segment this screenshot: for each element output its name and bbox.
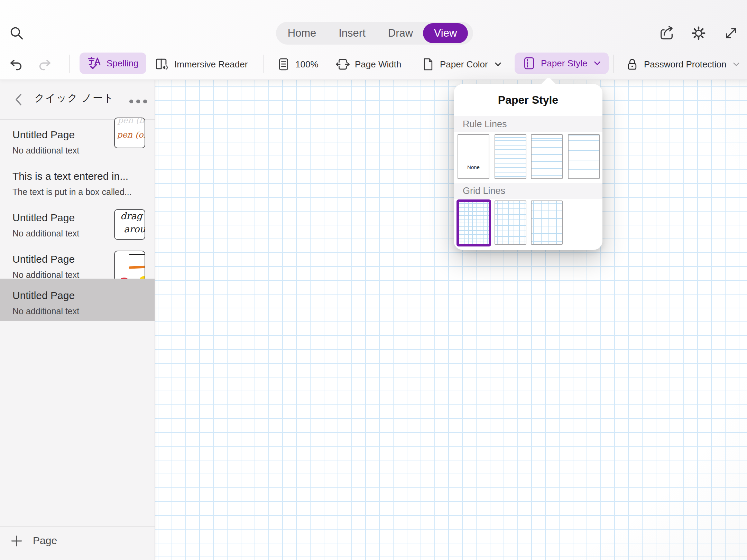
settings-gear-icon[interactable] — [690, 25, 707, 41]
password-protection-button[interactable]: Password Protection — [625, 53, 740, 76]
plus-icon — [10, 534, 24, 548]
popover-title: Paper Style — [454, 94, 602, 106]
immersive-reader-icon — [154, 57, 169, 72]
page-thumbnail: drag arou — [114, 209, 145, 240]
page-subtitle: No additional text — [0, 306, 155, 316]
immersive-reader-label: Immersive Reader — [174, 59, 248, 70]
page-list-item[interactable]: Untitled Page No additional text drag ar… — [0, 202, 155, 243]
rule-option-narrow[interactable] — [495, 134, 526, 179]
spelling-icon — [87, 56, 102, 71]
divider — [0, 526, 155, 527]
back-chevron-icon[interactable] — [12, 92, 26, 107]
grid-option-small-selected[interactable] — [456, 199, 491, 246]
paper-style-popover: Paper Style Rule Lines None Grid Lines — [454, 84, 602, 250]
expand-icon[interactable] — [723, 25, 739, 41]
sidebar-header: クイック ノート — [0, 80, 155, 119]
spelling-button[interactable]: Spelling — [80, 53, 146, 74]
tab-home[interactable]: Home — [276, 22, 328, 45]
password-protection-label: Password Protection — [644, 59, 726, 70]
paper-color-label: Paper Color — [440, 59, 488, 70]
toolbar-divider — [264, 55, 264, 73]
page-list-item[interactable]: This is a text entered in... The text is… — [0, 161, 155, 202]
notebook-title: クイック ノート — [31, 91, 118, 105]
rule-option-none[interactable]: None — [458, 134, 489, 179]
grid-option-medium[interactable] — [495, 200, 526, 245]
grid-lines-section-header: Grid Lines — [454, 183, 602, 199]
page-list-sidebar: クイック ノート Untitled Page No additional tex… — [0, 80, 155, 560]
zoom-level-button[interactable]: 100% — [277, 53, 319, 76]
page-subtitle: The text is put in a box called... — [0, 187, 155, 197]
page-list-item[interactable]: Untitled Page No additional text pen (b … — [0, 119, 155, 161]
spelling-label: Spelling — [107, 58, 139, 69]
page-title: Untitled Page — [0, 279, 155, 301]
rule-option-medium[interactable] — [531, 134, 563, 179]
rule-option-wide[interactable] — [568, 134, 600, 179]
search-icon[interactable] — [8, 25, 25, 41]
grid-option-large[interactable] — [531, 200, 563, 245]
redo-icon — [36, 57, 54, 73]
share-icon[interactable] — [658, 25, 675, 41]
toolbar-divider — [69, 55, 70, 73]
paper-color-icon — [421, 57, 435, 71]
paper-style-button[interactable]: Paper Style — [515, 53, 609, 74]
zoom-document-icon — [277, 57, 290, 71]
page-thumbnail: pen (b pen (ora — [114, 118, 145, 148]
chevron-down-icon — [593, 59, 601, 67]
page-thumbnail — [114, 251, 145, 281]
lock-icon — [625, 57, 639, 71]
paper-color-button[interactable]: Paper Color — [421, 53, 502, 76]
add-page-row[interactable]: Page — [0, 526, 155, 560]
add-page-label: Page — [33, 535, 57, 547]
immersive-reader-button[interactable]: Immersive Reader — [154, 53, 248, 76]
paper-style-label: Paper Style — [541, 58, 587, 69]
canvas-vignette — [155, 80, 747, 560]
tab-draw[interactable]: Draw — [376, 22, 425, 45]
rule-lines-section-header: Rule Lines — [454, 116, 602, 132]
tab-view[interactable]: View — [423, 23, 468, 43]
toolbar-divider — [613, 55, 614, 73]
note-canvas-grid-paper[interactable] — [155, 80, 747, 560]
chevron-down-icon — [732, 60, 740, 68]
page-list-item[interactable]: Untitled Page No additional text — [0, 243, 155, 284]
page-width-button[interactable]: Page Width — [335, 53, 401, 76]
chevron-down-icon — [494, 60, 502, 68]
onenote-app: Home Insert Draw View — [0, 0, 747, 560]
ribbon-tab-bar: Home Insert Draw View — [276, 22, 473, 45]
page-title: This is a text entered in... — [0, 161, 155, 182]
zoom-level-label: 100% — [295, 59, 319, 70]
tab-insert[interactable]: Insert — [328, 22, 376, 45]
page-width-label: Page Width — [355, 59, 401, 70]
more-options-icon[interactable] — [129, 100, 147, 103]
paper-style-icon — [522, 56, 536, 70]
top-toolbar: Home Insert Draw View — [0, 0, 747, 80]
undo-icon[interactable] — [7, 57, 25, 73]
page-list-item-selected[interactable]: Untitled Page No additional text — [0, 279, 155, 321]
page-width-icon — [335, 57, 350, 72]
